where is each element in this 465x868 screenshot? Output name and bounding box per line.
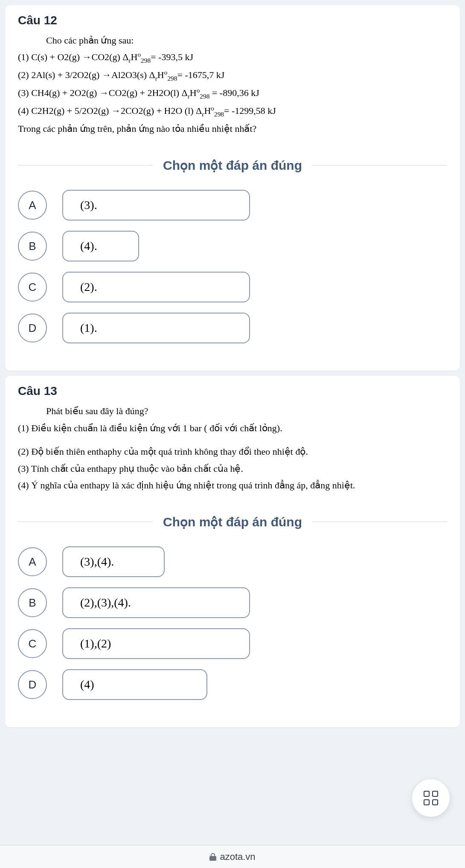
option-button-c[interactable]: C xyxy=(18,629,47,658)
question-card-12: Câu 12 Cho các phản ứng sau: (1) C(s) + … xyxy=(5,5,460,371)
statement-2: (2) Độ biến thiên enthaphy của một quá t… xyxy=(18,444,447,459)
reaction-4: (4) C2H2(g) + 5/2O2(g) →2CO2(g) + H2O (l… xyxy=(18,103,447,120)
option-row-b: B (2),(3),(4). xyxy=(18,587,447,618)
statement-1: (1) Điều kiện chuẩn là điều kiện ứng với… xyxy=(18,420,447,436)
option-text-d[interactable]: (1). xyxy=(62,313,250,343)
divider-line-left xyxy=(18,165,153,165)
divider-line-right xyxy=(312,165,447,165)
divider-line-left xyxy=(18,522,153,522)
option-button-c[interactable]: C xyxy=(18,273,47,302)
reaction-1: (1) C(s) + O2(g) →CO2(g) ΔrHo298= -393,5… xyxy=(18,49,447,66)
section-divider: Chọn một đáp án đúng xyxy=(18,514,447,529)
option-button-b[interactable]: B xyxy=(18,588,47,617)
question-body: Phát biểu sau đây là đúng? (1) Điều kiện… xyxy=(18,403,447,493)
section-divider: Chọn một đáp án đúng xyxy=(18,158,447,173)
question-header: Câu 12 xyxy=(18,14,447,27)
option-row-c: C (2). xyxy=(18,272,447,302)
option-row-d: D (4) xyxy=(18,669,447,700)
option-button-a[interactable]: A xyxy=(18,547,47,576)
option-button-a[interactable]: A xyxy=(18,191,47,220)
reaction-3: (3) CH4(g) + 2O2(g) →CO2(g) + 2H2O(l) Δr… xyxy=(18,85,447,102)
question-closing: Trong các phản ứng trên, phản ứng nào tỏ… xyxy=(18,121,447,136)
option-text-d[interactable]: (4) xyxy=(62,669,207,700)
option-row-a: A (3),(4). xyxy=(18,546,447,577)
option-text-b[interactable]: (4). xyxy=(62,231,139,261)
question-card-13: Câu 13 Phát biểu sau đây là đúng? (1) Đi… xyxy=(5,376,460,727)
question-intro: Phát biểu sau đây là đúng? xyxy=(18,403,447,419)
option-text-c[interactable]: (1),(2) xyxy=(62,628,250,659)
reaction-2: (2) 2Al(s) + 3/2O2(g) →Al2O3(s) ΔrHo298=… xyxy=(18,67,447,84)
option-row-a: A (3). xyxy=(18,190,447,221)
option-row-b: B (4). xyxy=(18,231,447,261)
question-intro: Cho các phản ứng sau: xyxy=(18,32,447,48)
section-title: Chọn một đáp án đúng xyxy=(153,514,312,529)
divider-line-right xyxy=(312,522,447,522)
option-button-d[interactable]: D xyxy=(18,314,47,343)
question-header: Câu 13 xyxy=(18,384,447,398)
option-text-a[interactable]: (3),(4). xyxy=(62,546,165,577)
section-title: Chọn một đáp án đúng xyxy=(153,158,312,173)
option-button-d[interactable]: D xyxy=(18,670,47,699)
option-text-c[interactable]: (2). xyxy=(62,272,250,302)
statement-4: (4) Ý nghĩa của enthapy là xác định hiệu… xyxy=(18,477,447,493)
option-button-b[interactable]: B xyxy=(18,232,47,261)
question-body: Cho các phản ứng sau: (1) C(s) + O2(g) →… xyxy=(18,32,447,136)
statement-3: (3) Tính chất của enthapy phụ thuộc vào … xyxy=(18,461,447,476)
option-text-b[interactable]: (2),(3),(4). xyxy=(62,587,250,618)
option-text-a[interactable]: (3). xyxy=(62,190,250,221)
option-row-d: D (1). xyxy=(18,313,447,343)
option-row-c: C (1),(2) xyxy=(18,628,447,659)
